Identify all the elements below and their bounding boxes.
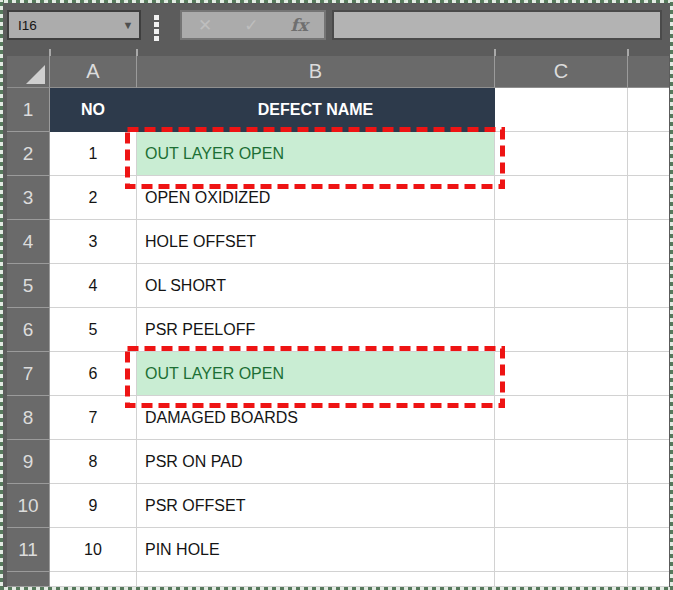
- cell-c12[interactable]: [495, 572, 628, 587]
- cell-a6[interactable]: 5: [50, 308, 137, 352]
- table-row: 7 6 OUT LAYER OPEN: [7, 352, 669, 396]
- cell-d12[interactable]: [628, 572, 669, 587]
- cell-a7[interactable]: 6: [50, 352, 137, 396]
- column-header-b[interactable]: B: [137, 56, 495, 88]
- cell-d11[interactable]: [628, 528, 669, 572]
- column-tick: [136, 49, 138, 56]
- excel-window: ▼ ✕ ✓ fx A B C 1 NO DEFECT NAME 2 1: [0, 0, 673, 590]
- table-header-row: 1 NO DEFECT NAME: [7, 88, 669, 132]
- cell-b12[interactable]: [137, 572, 495, 587]
- cell-d4[interactable]: [628, 220, 669, 264]
- cell-b10[interactable]: PSR OFFSET: [137, 484, 495, 528]
- cell-c9[interactable]: [495, 440, 628, 484]
- cell-b9[interactable]: PSR ON PAD: [137, 440, 495, 484]
- cell-b7-highlighted[interactable]: OUT LAYER OPEN: [137, 352, 495, 396]
- row-header-2[interactable]: 2: [7, 132, 50, 176]
- cell-d1[interactable]: [628, 88, 669, 132]
- cell-d10[interactable]: [628, 484, 669, 528]
- table-row: 6 5 PSR PEELOFF: [7, 308, 669, 352]
- cell-a3[interactable]: 2: [50, 176, 137, 220]
- table-row: 8 7 DAMAGED BOARDS: [7, 396, 669, 440]
- cell-b6[interactable]: PSR PEELOFF: [137, 308, 495, 352]
- table-row: 2 1 OUT LAYER OPEN: [7, 132, 669, 176]
- cell-c2[interactable]: [495, 132, 628, 176]
- table-row: 10 9 PSR OFFSET: [7, 484, 669, 528]
- cell-c4[interactable]: [495, 220, 628, 264]
- cell-a2[interactable]: 1: [50, 132, 137, 176]
- table-row-partial: [7, 572, 669, 587]
- row-header-5[interactable]: 5: [7, 264, 50, 308]
- cell-d3[interactable]: [628, 176, 669, 220]
- cell-a8[interactable]: 7: [50, 396, 137, 440]
- name-box[interactable]: ▼: [7, 10, 141, 40]
- table-row: 4 3 HOLE OFFSET: [7, 220, 669, 264]
- cell-a1-no-header[interactable]: NO: [50, 88, 137, 132]
- name-box-dropdown-icon[interactable]: ▼: [117, 19, 139, 31]
- row-header-10[interactable]: 10: [7, 484, 50, 528]
- column-header-c[interactable]: C: [495, 56, 628, 88]
- column-tick: [627, 49, 629, 56]
- column-header-band: A B C: [7, 56, 669, 88]
- spreadsheet-grid: A B C 1 NO DEFECT NAME 2 1 OUT LAYER OPE…: [7, 56, 669, 587]
- formula-bar-splitter[interactable]: [154, 15, 159, 41]
- capture-border-top: [0, 0, 673, 3]
- cell-a5[interactable]: 4: [50, 264, 137, 308]
- table-row: 3 2 OPEN OXIDIZED: [7, 176, 669, 220]
- capture-border-left: [0, 0, 3, 590]
- cell-b1-defect-header[interactable]: DEFECT NAME: [137, 88, 495, 132]
- cell-b3[interactable]: OPEN OXIDIZED: [137, 176, 495, 220]
- cell-b11[interactable]: PIN HOLE: [137, 528, 495, 572]
- cell-d9[interactable]: [628, 440, 669, 484]
- cell-c7[interactable]: [495, 352, 628, 396]
- cell-a10[interactable]: 9: [50, 484, 137, 528]
- cell-a11[interactable]: 10: [50, 528, 137, 572]
- column-tick: [494, 49, 496, 56]
- row-header-6[interactable]: 6: [7, 308, 50, 352]
- cell-c8[interactable]: [495, 396, 628, 440]
- row-header-11[interactable]: 11: [7, 528, 50, 572]
- cell-c5[interactable]: [495, 264, 628, 308]
- cell-d7[interactable]: [628, 352, 669, 396]
- table-row: 9 8 PSR ON PAD: [7, 440, 669, 484]
- formula-button-group: ✕ ✓ fx: [180, 10, 326, 40]
- cell-c1[interactable]: [495, 88, 628, 132]
- cell-d2[interactable]: [628, 132, 669, 176]
- row-header-8[interactable]: 8: [7, 396, 50, 440]
- cell-b5[interactable]: OL SHORT: [137, 264, 495, 308]
- cell-c11[interactable]: [495, 528, 628, 572]
- column-tick: [49, 49, 51, 56]
- table-row: 5 4 OL SHORT: [7, 264, 669, 308]
- formula-input[interactable]: [340, 17, 654, 34]
- cell-b8[interactable]: DAMAGED BOARDS: [137, 396, 495, 440]
- insert-function-button[interactable]: fx: [291, 15, 308, 35]
- select-all-button[interactable]: [7, 56, 50, 88]
- row-header-12[interactable]: [7, 572, 50, 587]
- cell-d5[interactable]: [628, 264, 669, 308]
- cancel-button[interactable]: ✕: [198, 17, 212, 34]
- cell-d8[interactable]: [628, 396, 669, 440]
- name-box-input[interactable]: [16, 17, 117, 34]
- formula-bar[interactable]: [332, 10, 662, 40]
- cell-b4[interactable]: HOLE OFFSET: [137, 220, 495, 264]
- column-header-a[interactable]: A: [50, 56, 137, 88]
- table-row: 11 10 PIN HOLE: [7, 528, 669, 572]
- enter-button[interactable]: ✓: [244, 17, 258, 34]
- column-header-d[interactable]: [628, 56, 669, 88]
- cell-d6[interactable]: [628, 308, 669, 352]
- row-header-1[interactable]: 1: [7, 88, 50, 132]
- cell-b2-highlighted[interactable]: OUT LAYER OPEN: [137, 132, 495, 176]
- row-header-7[interactable]: 7: [7, 352, 50, 396]
- row-header-3[interactable]: 3: [7, 176, 50, 220]
- cell-c3[interactable]: [495, 176, 628, 220]
- cell-a4[interactable]: 3: [50, 220, 137, 264]
- row-header-9[interactable]: 9: [7, 440, 50, 484]
- cell-c10[interactable]: [495, 484, 628, 528]
- cell-c6[interactable]: [495, 308, 628, 352]
- row-header-4[interactable]: 4: [7, 220, 50, 264]
- cell-a9[interactable]: 8: [50, 440, 137, 484]
- cell-a12[interactable]: [50, 572, 137, 587]
- select-all-triangle-icon: [26, 65, 45, 84]
